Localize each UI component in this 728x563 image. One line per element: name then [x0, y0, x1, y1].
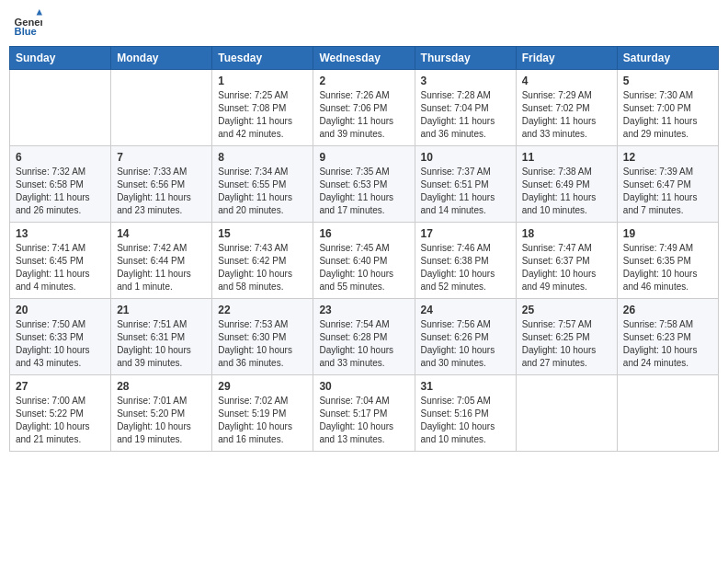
day-number: 18: [522, 227, 611, 240]
sunset-text: Sunset: 7:04 PM: [421, 103, 489, 113]
daylight-text: Daylight: 11 hours and 4 minutes.: [16, 269, 90, 292]
sunrise-text: Sunrise: 7:37 AM: [421, 167, 491, 177]
sunset-text: Sunset: 5:19 PM: [218, 408, 286, 419]
weekday-header: Thursday: [415, 47, 516, 70]
day-number: 11: [522, 151, 611, 164]
sunrise-text: Sunrise: 7:35 AM: [319, 167, 389, 177]
calendar-cell: 8Sunrise: 7:34 AMSunset: 6:55 PMDaylight…: [212, 146, 313, 223]
daylight-text: Daylight: 11 hours and 20 minutes.: [218, 192, 292, 215]
day-info: Sunrise: 7:43 AMSunset: 6:42 PMDaylight:…: [218, 242, 307, 293]
daylight-text: Daylight: 11 hours and 17 minutes.: [319, 192, 393, 215]
day-info: Sunrise: 7:42 AMSunset: 6:44 PMDaylight:…: [117, 242, 206, 293]
day-info: Sunrise: 7:41 AMSunset: 6:45 PMDaylight:…: [16, 242, 105, 293]
daylight-text: Daylight: 10 hours and 52 minutes.: [421, 269, 495, 292]
day-info: Sunrise: 7:51 AMSunset: 6:31 PMDaylight:…: [117, 318, 206, 370]
calendar-week-row: 20Sunrise: 7:50 AMSunset: 6:33 PMDayligh…: [10, 299, 719, 375]
daylight-text: Daylight: 11 hours and 26 minutes.: [16, 192, 90, 215]
day-number: 17: [421, 227, 510, 240]
calendar-cell: 20Sunrise: 7:50 AMSunset: 6:33 PMDayligh…: [10, 299, 111, 375]
sunrise-text: Sunrise: 7:45 AM: [319, 243, 389, 253]
calendar-cell: [617, 375, 718, 452]
daylight-text: Daylight: 11 hours and 23 minutes.: [117, 192, 191, 215]
logo-icon: General Blue: [13, 9, 42, 39]
calendar-week-row: 1Sunrise: 7:25 AMSunset: 7:08 PMDaylight…: [10, 70, 719, 146]
calendar-cell: 11Sunrise: 7:38 AMSunset: 6:49 PMDayligh…: [516, 146, 617, 223]
sunset-text: Sunset: 5:17 PM: [319, 408, 387, 419]
weekday-header: Sunday: [10, 47, 111, 70]
day-info: Sunrise: 7:05 AMSunset: 5:16 PMDaylight:…: [421, 395, 510, 446]
calendar-cell: [10, 70, 111, 146]
day-info: Sunrise: 7:32 AMSunset: 6:58 PMDaylight:…: [16, 166, 105, 217]
daylight-text: Daylight: 10 hours and 58 minutes.: [218, 269, 292, 292]
day-number: 22: [218, 304, 307, 316]
calendar-cell: 27Sunrise: 7:00 AMSunset: 5:22 PMDayligh…: [10, 375, 111, 452]
daylight-text: Daylight: 10 hours and 24 minutes.: [623, 345, 698, 368]
day-number: 26: [623, 304, 712, 316]
calendar-cell: 1Sunrise: 7:25 AMSunset: 7:08 PMDaylight…: [212, 70, 313, 146]
sunset-text: Sunset: 6:33 PM: [16, 332, 84, 342]
calendar-cell: 31Sunrise: 7:05 AMSunset: 5:16 PMDayligh…: [415, 375, 516, 452]
daylight-text: Daylight: 11 hours and 42 minutes.: [218, 116, 292, 139]
day-number: 6: [16, 151, 105, 164]
day-info: Sunrise: 7:35 AMSunset: 6:53 PMDaylight:…: [319, 166, 408, 217]
calendar-cell: 12Sunrise: 7:39 AMSunset: 6:47 PMDayligh…: [617, 146, 718, 223]
day-info: Sunrise: 7:50 AMSunset: 6:33 PMDaylight:…: [16, 318, 105, 370]
calendar-cell: 9Sunrise: 7:35 AMSunset: 6:53 PMDaylight…: [313, 146, 415, 223]
sunrise-text: Sunrise: 7:47 AM: [522, 243, 592, 253]
sunrise-text: Sunrise: 7:30 AM: [623, 90, 693, 100]
logo: General Blue: [13, 9, 42, 39]
sunset-text: Sunset: 7:02 PM: [522, 103, 590, 113]
calendar-cell: 28Sunrise: 7:01 AMSunset: 5:20 PMDayligh…: [111, 375, 212, 452]
sunrise-text: Sunrise: 7:28 AM: [421, 90, 491, 100]
sunrise-text: Sunrise: 7:53 AM: [218, 319, 288, 329]
sunrise-text: Sunrise: 7:54 AM: [319, 319, 389, 329]
daylight-text: Daylight: 11 hours and 33 minutes.: [522, 116, 597, 139]
sunrise-text: Sunrise: 7:50 AM: [16, 319, 85, 329]
calendar-table: SundayMondayTuesdayWednesdayThursdayFrid…: [9, 46, 719, 452]
sunrise-text: Sunrise: 7:34 AM: [218, 167, 288, 177]
sunrise-text: Sunrise: 7:33 AM: [117, 167, 187, 177]
weekday-header: Monday: [111, 47, 212, 70]
daylight-text: Daylight: 10 hours and 19 minutes.: [117, 421, 191, 444]
calendar-cell: 2Sunrise: 7:26 AMSunset: 7:06 PMDaylight…: [313, 70, 415, 146]
sunrise-text: Sunrise: 7:00 AM: [16, 396, 85, 406]
day-info: Sunrise: 7:34 AMSunset: 6:55 PMDaylight:…: [218, 166, 307, 217]
day-info: Sunrise: 7:30 AMSunset: 7:00 PMDaylight:…: [623, 89, 712, 141]
daylight-text: Daylight: 10 hours and 39 minutes.: [117, 345, 191, 368]
sunrise-text: Sunrise: 7:43 AM: [218, 243, 288, 253]
daylight-text: Daylight: 10 hours and 36 minutes.: [218, 345, 292, 368]
daylight-text: Daylight: 11 hours and 39 minutes.: [319, 116, 393, 139]
day-number: 8: [218, 151, 307, 164]
sunrise-text: Sunrise: 7:05 AM: [421, 396, 491, 406]
day-number: 1: [218, 75, 307, 87]
sunset-text: Sunset: 6:58 PM: [16, 179, 84, 190]
day-info: Sunrise: 7:38 AMSunset: 6:49 PMDaylight:…: [522, 166, 611, 217]
daylight-text: Daylight: 10 hours and 43 minutes.: [16, 345, 90, 368]
svg-marker-2: [37, 9, 42, 15]
day-number: 9: [319, 151, 408, 164]
day-number: 15: [218, 227, 307, 240]
day-number: 24: [421, 304, 510, 316]
day-number: 25: [522, 304, 611, 316]
day-info: Sunrise: 7:49 AMSunset: 6:35 PMDaylight:…: [623, 242, 712, 293]
sunset-text: Sunset: 7:00 PM: [623, 103, 691, 113]
sunset-text: Sunset: 7:06 PM: [319, 103, 387, 113]
calendar-cell: 26Sunrise: 7:58 AMSunset: 6:23 PMDayligh…: [617, 299, 718, 375]
day-number: 28: [117, 380, 206, 393]
calendar-cell: 21Sunrise: 7:51 AMSunset: 6:31 PMDayligh…: [111, 299, 212, 375]
calendar-cell: 15Sunrise: 7:43 AMSunset: 6:42 PMDayligh…: [212, 223, 313, 299]
day-number: 12: [623, 151, 712, 164]
sunrise-text: Sunrise: 7:29 AM: [522, 90, 592, 100]
calendar-cell: 6Sunrise: 7:32 AMSunset: 6:58 PMDaylight…: [10, 146, 111, 223]
day-info: Sunrise: 7:02 AMSunset: 5:19 PMDaylight:…: [218, 395, 307, 446]
sunset-text: Sunset: 7:08 PM: [218, 103, 286, 113]
day-info: Sunrise: 7:26 AMSunset: 7:06 PMDaylight:…: [319, 89, 408, 141]
calendar-week-row: 13Sunrise: 7:41 AMSunset: 6:45 PMDayligh…: [10, 223, 719, 299]
daylight-text: Daylight: 11 hours and 7 minutes.: [623, 192, 698, 215]
calendar-cell: 17Sunrise: 7:46 AMSunset: 6:38 PMDayligh…: [415, 223, 516, 299]
day-info: Sunrise: 7:28 AMSunset: 7:04 PMDaylight:…: [421, 89, 510, 141]
weekday-header: Friday: [516, 47, 617, 70]
day-number: 14: [117, 227, 206, 240]
sunset-text: Sunset: 6:35 PM: [623, 256, 691, 266]
sunset-text: Sunset: 5:16 PM: [421, 408, 489, 419]
